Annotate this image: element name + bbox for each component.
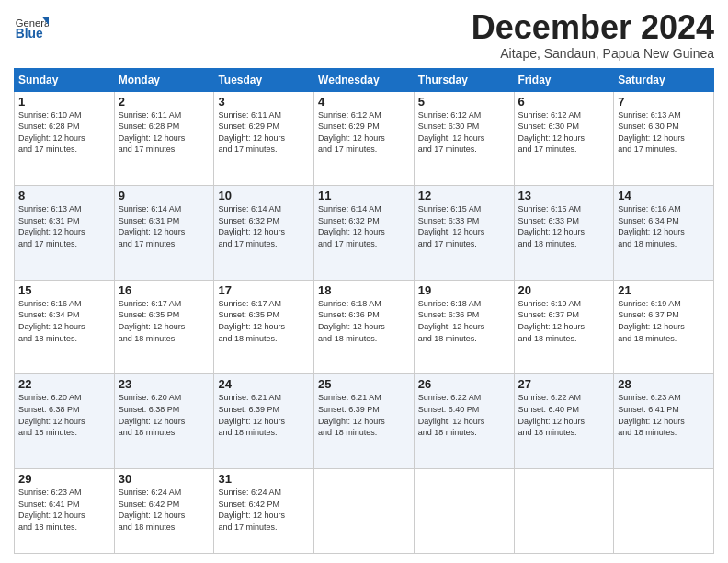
days-header-row: SundayMondayTuesdayWednesdayThursdayFrid… [15, 68, 714, 91]
day-number: 15 [18, 283, 110, 297]
calendar-cell: 28Sunrise: 6:23 AM Sunset: 6:41 PM Dayli… [614, 374, 714, 469]
day-info: Sunrise: 6:19 AM Sunset: 6:37 PM Dayligh… [518, 298, 610, 344]
logo-icon: General Blue [14, 9, 49, 44]
day-info: Sunrise: 6:16 AM Sunset: 6:34 PM Dayligh… [18, 298, 110, 344]
day-number: 30 [119, 472, 210, 486]
logo: General Blue [14, 9, 49, 44]
calendar-cell: 31Sunrise: 6:24 AM Sunset: 6:42 PM Dayli… [214, 469, 314, 554]
day-number: 25 [318, 377, 410, 391]
month-title: December 2024 [472, 9, 714, 46]
day-number: 6 [518, 95, 610, 109]
week-row-3: 15Sunrise: 6:16 AM Sunset: 6:34 PM Dayli… [15, 280, 714, 374]
calendar-cell: 21Sunrise: 6:19 AM Sunset: 6:37 PM Dayli… [614, 280, 714, 374]
day-number: 29 [18, 472, 110, 486]
calendar-cell: 19Sunrise: 6:18 AM Sunset: 6:36 PM Dayli… [414, 280, 514, 374]
calendar-cell: 29Sunrise: 6:23 AM Sunset: 6:41 PM Dayli… [15, 469, 115, 554]
day-info: Sunrise: 6:18 AM Sunset: 6:36 PM Dayligh… [318, 298, 410, 344]
calendar-cell: 22Sunrise: 6:20 AM Sunset: 6:38 PM Dayli… [15, 374, 115, 469]
day-info: Sunrise: 6:14 AM Sunset: 6:32 PM Dayligh… [318, 203, 410, 249]
day-info: Sunrise: 6:16 AM Sunset: 6:34 PM Dayligh… [618, 203, 710, 249]
day-header-sunday: Sunday [15, 68, 115, 91]
day-number: 16 [119, 283, 210, 297]
day-number: 22 [18, 377, 110, 391]
day-number: 31 [218, 472, 310, 486]
day-info: Sunrise: 6:14 AM Sunset: 6:31 PM Dayligh… [119, 203, 210, 249]
day-header-wednesday: Wednesday [314, 68, 415, 91]
day-info: Sunrise: 6:10 AM Sunset: 6:28 PM Dayligh… [18, 109, 110, 155]
day-info: Sunrise: 6:15 AM Sunset: 6:33 PM Dayligh… [518, 203, 610, 249]
header: General Blue December 2024 Aitape, Sanda… [14, 9, 714, 61]
calendar-cell: 4Sunrise: 6:12 AM Sunset: 6:29 PM Daylig… [314, 91, 415, 186]
day-number: 9 [119, 189, 210, 202]
calendar-cell [414, 469, 514, 554]
day-info: Sunrise: 6:13 AM Sunset: 6:30 PM Dayligh… [618, 109, 710, 155]
calendar-cell: 9Sunrise: 6:14 AM Sunset: 6:31 PM Daylig… [114, 186, 214, 281]
day-info: Sunrise: 6:13 AM Sunset: 6:31 PM Dayligh… [18, 203, 110, 249]
day-header-monday: Monday [114, 68, 214, 91]
day-number: 1 [18, 95, 110, 109]
calendar-cell: 6Sunrise: 6:12 AM Sunset: 6:30 PM Daylig… [514, 91, 614, 186]
calendar-cell: 16Sunrise: 6:17 AM Sunset: 6:35 PM Dayli… [114, 280, 214, 374]
calendar-cell: 12Sunrise: 6:15 AM Sunset: 6:33 PM Dayli… [414, 186, 514, 281]
day-number: 21 [618, 283, 710, 297]
day-info: Sunrise: 6:23 AM Sunset: 6:41 PM Dayligh… [618, 392, 710, 438]
calendar-cell: 30Sunrise: 6:24 AM Sunset: 6:42 PM Dayli… [114, 469, 214, 554]
day-info: Sunrise: 6:24 AM Sunset: 6:42 PM Dayligh… [119, 487, 210, 533]
calendar-cell [614, 469, 714, 554]
day-header-friday: Friday [514, 68, 614, 91]
calendar-cell: 2Sunrise: 6:11 AM Sunset: 6:28 PM Daylig… [114, 91, 214, 186]
day-number: 18 [318, 283, 410, 297]
calendar-cell: 18Sunrise: 6:18 AM Sunset: 6:36 PM Dayli… [314, 280, 415, 374]
day-number: 8 [18, 189, 110, 202]
subtitle: Aitape, Sandaun, Papua New Guinea [472, 46, 714, 61]
title-block: December 2024 Aitape, Sandaun, Papua New… [472, 9, 714, 61]
day-info: Sunrise: 6:21 AM Sunset: 6:39 PM Dayligh… [318, 392, 410, 438]
day-number: 24 [218, 377, 310, 391]
day-number: 5 [418, 95, 510, 109]
calendar-body: 1Sunrise: 6:10 AM Sunset: 6:28 PM Daylig… [15, 91, 714, 553]
day-number: 28 [618, 377, 710, 391]
day-number: 20 [518, 283, 610, 297]
calendar-cell: 20Sunrise: 6:19 AM Sunset: 6:37 PM Dayli… [514, 280, 614, 374]
day-header-thursday: Thursday [414, 68, 514, 91]
day-number: 7 [618, 95, 710, 109]
day-number: 23 [119, 377, 210, 391]
calendar-cell: 5Sunrise: 6:12 AM Sunset: 6:30 PM Daylig… [414, 91, 514, 186]
day-number: 10 [218, 189, 310, 202]
calendar-cell [314, 469, 415, 554]
calendar-cell: 27Sunrise: 6:22 AM Sunset: 6:40 PM Dayli… [514, 374, 614, 469]
day-info: Sunrise: 6:21 AM Sunset: 6:39 PM Dayligh… [218, 392, 310, 438]
day-info: Sunrise: 6:17 AM Sunset: 6:35 PM Dayligh… [218, 298, 310, 344]
calendar-cell: 23Sunrise: 6:20 AM Sunset: 6:38 PM Dayli… [114, 374, 214, 469]
day-header-tuesday: Tuesday [214, 68, 314, 91]
day-number: 19 [418, 283, 510, 297]
calendar-cell: 1Sunrise: 6:10 AM Sunset: 6:28 PM Daylig… [15, 91, 115, 186]
day-info: Sunrise: 6:12 AM Sunset: 6:30 PM Dayligh… [518, 109, 610, 155]
calendar-cell: 15Sunrise: 6:16 AM Sunset: 6:34 PM Dayli… [15, 280, 115, 374]
day-info: Sunrise: 6:19 AM Sunset: 6:37 PM Dayligh… [618, 298, 710, 344]
day-number: 3 [218, 95, 310, 109]
calendar-cell: 3Sunrise: 6:11 AM Sunset: 6:29 PM Daylig… [214, 91, 314, 186]
day-info: Sunrise: 6:23 AM Sunset: 6:41 PM Dayligh… [18, 487, 110, 533]
calendar-cell: 13Sunrise: 6:15 AM Sunset: 6:33 PM Dayli… [514, 186, 614, 281]
day-info: Sunrise: 6:17 AM Sunset: 6:35 PM Dayligh… [119, 298, 210, 344]
day-info: Sunrise: 6:12 AM Sunset: 6:29 PM Dayligh… [318, 109, 410, 155]
day-info: Sunrise: 6:22 AM Sunset: 6:40 PM Dayligh… [418, 392, 510, 438]
day-number: 13 [518, 189, 610, 202]
day-header-saturday: Saturday [614, 68, 714, 91]
day-number: 2 [119, 95, 210, 109]
calendar-cell: 24Sunrise: 6:21 AM Sunset: 6:39 PM Dayli… [214, 374, 314, 469]
day-info: Sunrise: 6:15 AM Sunset: 6:33 PM Dayligh… [418, 203, 510, 249]
day-number: 14 [618, 189, 710, 202]
week-row-4: 22Sunrise: 6:20 AM Sunset: 6:38 PM Dayli… [15, 374, 714, 469]
day-number: 27 [518, 377, 610, 391]
week-row-5: 29Sunrise: 6:23 AM Sunset: 6:41 PM Dayli… [15, 469, 714, 554]
week-row-1: 1Sunrise: 6:10 AM Sunset: 6:28 PM Daylig… [15, 91, 714, 186]
calendar-cell: 10Sunrise: 6:14 AM Sunset: 6:32 PM Dayli… [214, 186, 314, 281]
calendar-cell: 8Sunrise: 6:13 AM Sunset: 6:31 PM Daylig… [15, 186, 115, 281]
day-number: 26 [418, 377, 510, 391]
day-number: 4 [318, 95, 410, 109]
page: General Blue December 2024 Aitape, Sanda… [0, 0, 728, 563]
day-number: 12 [418, 189, 510, 202]
day-info: Sunrise: 6:24 AM Sunset: 6:42 PM Dayligh… [218, 487, 310, 533]
